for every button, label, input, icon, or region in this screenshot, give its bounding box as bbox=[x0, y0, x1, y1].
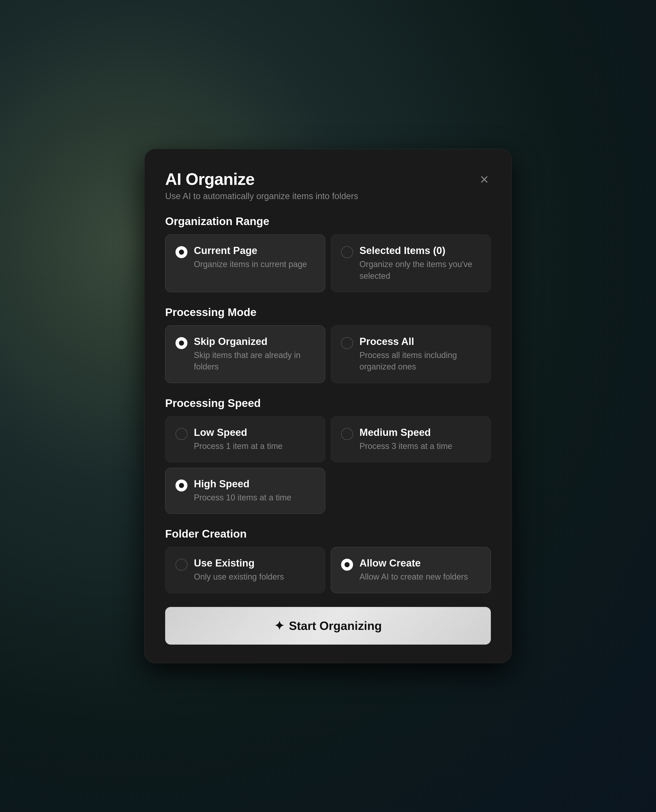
processing-mode-title: Processing Mode bbox=[165, 306, 491, 319]
option-desc-use-existing: Only use existing folders bbox=[194, 571, 315, 583]
option-low-speed[interactable]: Low Speed Process 1 item at a time bbox=[165, 416, 325, 462]
radio-low-speed bbox=[175, 428, 187, 440]
option-text-current-page: Current Page Organize items in current p… bbox=[194, 245, 315, 270]
option-label-allow-create: Allow Create bbox=[359, 557, 481, 569]
speed-placeholder bbox=[331, 468, 491, 514]
option-text-process-all: Process All Process all items including … bbox=[359, 336, 481, 373]
option-desc-medium-speed: Process 3 items at a time bbox=[359, 441, 481, 452]
radio-current-page bbox=[175, 246, 187, 258]
option-label-process-all: Process All bbox=[359, 336, 481, 347]
option-text-low-speed: Low Speed Process 1 item at a time bbox=[194, 427, 315, 452]
option-selected-items[interactable]: Selected Items (0) Organize only the ite… bbox=[331, 235, 491, 292]
radio-process-all bbox=[341, 337, 353, 349]
option-desc-process-all: Process all items including organized on… bbox=[359, 350, 481, 373]
radio-inner-current-page bbox=[179, 250, 184, 255]
option-high-speed[interactable]: High Speed Process 10 items at a time bbox=[165, 468, 325, 514]
radio-allow-create bbox=[341, 559, 353, 571]
radio-inner-high-speed bbox=[179, 483, 184, 488]
option-text-high-speed: High Speed Process 10 items at a time bbox=[194, 478, 315, 503]
option-process-all[interactable]: Process All Process all items including … bbox=[331, 325, 491, 383]
option-label-medium-speed: Medium Speed bbox=[359, 427, 481, 438]
option-current-page[interactable]: Current Page Organize items in current p… bbox=[165, 235, 325, 292]
option-use-existing[interactable]: Use Existing Only use existing folders bbox=[165, 547, 325, 593]
option-desc-selected-items: Organize only the items you've selected bbox=[359, 258, 481, 282]
radio-medium-speed bbox=[341, 428, 353, 440]
option-allow-create[interactable]: Allow Create Allow AI to create new fold… bbox=[331, 547, 491, 593]
dialog-header: AI Organize Use AI to automatically orga… bbox=[165, 170, 491, 201]
radio-high-speed bbox=[175, 479, 187, 492]
option-medium-speed[interactable]: Medium Speed Process 3 items at a time bbox=[331, 416, 491, 462]
option-label-skip-organized: Skip Organized bbox=[194, 336, 315, 347]
option-label-use-existing: Use Existing bbox=[194, 557, 315, 569]
radio-use-existing bbox=[175, 559, 187, 571]
dialog-title: AI Organize bbox=[165, 170, 358, 189]
organization-range-options: Current Page Organize items in current p… bbox=[165, 235, 491, 292]
option-label-current-page: Current Page bbox=[194, 245, 315, 256]
option-text-allow-create: Allow Create Allow AI to create new fold… bbox=[359, 557, 481, 583]
radio-selected-items bbox=[341, 246, 353, 258]
header-text: AI Organize Use AI to automatically orga… bbox=[165, 170, 358, 201]
folder-creation-options: Use Existing Only use existing folders A… bbox=[165, 547, 491, 593]
option-label-low-speed: Low Speed bbox=[194, 427, 315, 438]
processing-speed-bottom-options: High Speed Process 10 items at a time bbox=[165, 468, 491, 514]
radio-inner-skip-organized bbox=[179, 340, 184, 346]
option-desc-high-speed: Process 10 items at a time bbox=[194, 492, 315, 503]
radio-skip-organized bbox=[175, 337, 187, 349]
option-text-medium-speed: Medium Speed Process 3 items at a time bbox=[359, 427, 481, 452]
start-organizing-button[interactable]: ✦ Start Organizing bbox=[165, 607, 491, 645]
option-label-selected-items: Selected Items (0) bbox=[359, 245, 481, 256]
option-text-skip-organized: Skip Organized Skip items that are alrea… bbox=[194, 336, 315, 373]
processing-speed-title: Processing Speed bbox=[165, 397, 491, 410]
option-desc-skip-organized: Skip items that are already in folders bbox=[194, 350, 315, 373]
sparkle-icon: ✦ bbox=[274, 619, 285, 633]
start-button-label: Start Organizing bbox=[289, 619, 382, 633]
option-desc-current-page: Organize items in current page bbox=[194, 258, 315, 270]
ai-organize-dialog: AI Organize Use AI to automatically orga… bbox=[144, 149, 512, 663]
option-text-use-existing: Use Existing Only use existing folders bbox=[194, 557, 315, 583]
folder-creation-title: Folder Creation bbox=[165, 527, 491, 540]
option-desc-allow-create: Allow AI to create new folders bbox=[359, 571, 481, 583]
processing-speed-top-options: Low Speed Process 1 item at a time Mediu… bbox=[165, 416, 491, 462]
option-skip-organized[interactable]: Skip Organized Skip items that are alrea… bbox=[165, 325, 325, 383]
processing-mode-options: Skip Organized Skip items that are alrea… bbox=[165, 325, 491, 383]
organization-range-title: Organization Range bbox=[165, 215, 491, 227]
close-button[interactable]: × bbox=[478, 170, 491, 189]
option-desc-low-speed: Process 1 item at a time bbox=[194, 441, 315, 452]
dialog-subtitle: Use AI to automatically organize items i… bbox=[165, 191, 358, 201]
radio-inner-allow-create bbox=[345, 562, 350, 567]
option-label-high-speed: High Speed bbox=[194, 478, 315, 490]
option-text-selected-items: Selected Items (0) Organize only the ite… bbox=[359, 245, 481, 282]
